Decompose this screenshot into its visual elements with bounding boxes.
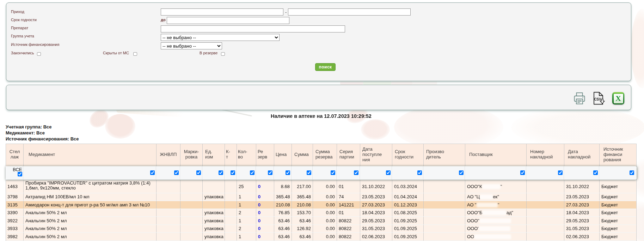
- svg-text:CSV: CSV: [594, 97, 601, 101]
